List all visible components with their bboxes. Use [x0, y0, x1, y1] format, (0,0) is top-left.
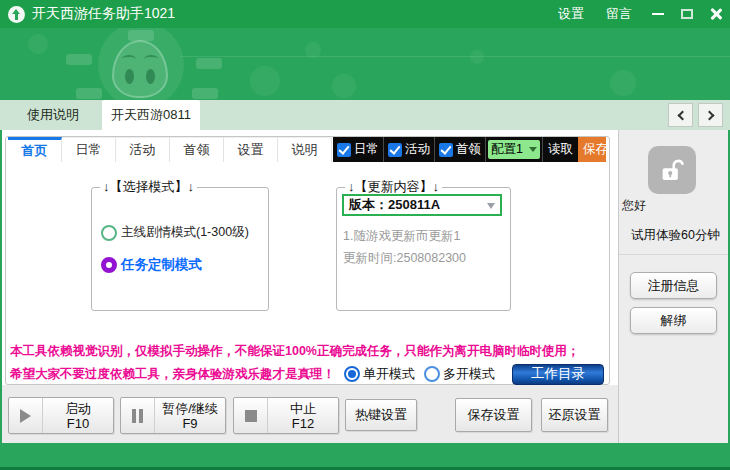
decorative-line — [180, 56, 730, 57]
update-note-1: 1.随游戏更新而更新1 — [343, 228, 460, 245]
custom-task-mode-radio[interactable]: 任务定制模式 — [101, 256, 202, 274]
mode-groupbox-title: ↓【选择模式】↓ — [100, 180, 197, 194]
app-window: 开天西游任务助手1021 设置 留言 使用说明 开天 — [0, 0, 730, 470]
abort-hotkey: F12 — [292, 416, 314, 431]
bokeh-circle — [305, 42, 321, 58]
single-open-mode-radio[interactable]: 单开模式 — [344, 365, 415, 383]
start-icon-area — [9, 398, 43, 433]
multi-open-mode-label: 多开模式 — [443, 365, 495, 383]
read-button[interactable]: 读取 — [542, 137, 578, 162]
tab-scroll-left-button[interactable] — [668, 103, 693, 127]
save-settings-button[interactable]: 保存设置 — [455, 398, 532, 432]
nav-tab-settings[interactable]: 设置 — [224, 137, 278, 162]
abort-label: 中止 — [290, 401, 316, 416]
version-select[interactable]: 版本：250811A — [342, 194, 502, 216]
warning-line2: 希望大家不要过度依赖工具，亲身体验游戏乐趣才是真理！ — [10, 366, 335, 383]
nav-tab-daily[interactable]: 日常 — [62, 137, 116, 162]
window-title: 开天西游任务助手1021 — [32, 5, 175, 23]
radio-unselected-icon — [101, 225, 117, 241]
mascot-brow — [144, 55, 158, 63]
greeting-text: 您好 — [622, 197, 646, 214]
maximize-icon — [681, 9, 693, 19]
workdir-button[interactable]: 工作目录 — [512, 364, 604, 385]
unbind-button[interactable]: 解绑 — [630, 307, 717, 334]
multi-open-mode-radio[interactable]: 多开模式 — [424, 365, 495, 383]
update-groupbox-title: ↓【更新内容】↓ — [345, 180, 442, 194]
mascot-label-chip — [192, 88, 218, 99]
settings-menu[interactable]: 设置 — [547, 5, 595, 23]
mascot-brow — [122, 55, 136, 63]
abort-button[interactable]: 中止 F12 — [233, 397, 339, 434]
nav-tab-boss[interactable]: 首领 — [170, 137, 224, 162]
close-icon — [709, 7, 723, 21]
hotkey-settings-button[interactable]: 热键设置 — [345, 399, 417, 431]
bokeh-circle — [610, 70, 636, 96]
config-select[interactable]: 配置1 — [488, 140, 540, 159]
maximize-button[interactable] — [672, 0, 701, 28]
tab-usage-instructions[interactable]: 使用说明 — [8, 100, 98, 130]
checkbox-checked-icon — [439, 143, 453, 157]
mascot-label-chip — [76, 88, 102, 99]
daily-checkbox-label: 日常 — [354, 141, 379, 158]
open-padlock-icon — [658, 156, 686, 184]
stop-icon-area — [234, 398, 268, 433]
minimize-icon — [652, 13, 664, 15]
pause-resume-button[interactable]: 暂停/继续 F9 — [120, 397, 226, 434]
account-sidebar: 您好 试用体验60分钟 注册信息 解绑 — [618, 130, 728, 443]
bokeh-circle — [250, 66, 280, 96]
pause-hotkey: F9 — [182, 416, 197, 431]
warning-line1: 本工具依赖视觉识别，仅模拟手动操作，不能保证100%正确完成任务，只能作为离开电… — [10, 343, 608, 360]
nav-tab-activity[interactable]: 活动 — [116, 137, 170, 162]
document-tabbar: 使用说明 开天西游0811 — [0, 100, 730, 130]
mainline-story-mode-radio[interactable]: 主线剧情模式(1-300级) — [101, 224, 249, 241]
abort-button-label: 中止 F12 — [268, 398, 338, 433]
mascot-label-chip — [128, 30, 154, 41]
save-button[interactable]: 保存 — [578, 137, 606, 162]
activity-checkbox[interactable]: 活动 — [384, 137, 435, 162]
titlebar-actions: 设置 留言 — [547, 0, 730, 28]
nav-tab-help[interactable]: 说明 — [278, 137, 332, 162]
checkbox-checked-icon — [337, 143, 351, 157]
close-button[interactable] — [701, 0, 730, 28]
minimize-button[interactable] — [643, 0, 672, 28]
start-button-label: 启动 F10 — [43, 398, 113, 433]
tab-scroll-right-button[interactable] — [698, 103, 723, 127]
section-tabbar: 首页 日常 活动 首领 设置 说明 — [8, 137, 332, 162]
custom-task-mode-label: 任务定制模式 — [121, 256, 202, 274]
version-select-value: 版本：250811A — [349, 196, 440, 214]
nav-tab-home[interactable]: 首页 — [8, 137, 62, 162]
mascot-eye — [125, 69, 134, 84]
config-select-value: 配置1 — [491, 141, 523, 158]
arrow-stem — [15, 14, 18, 20]
restore-settings-button[interactable]: 还原设置 — [541, 398, 608, 432]
tab-kaitian-xiyou-0811[interactable]: 开天西游0811 — [102, 100, 200, 130]
start-label: 启动 — [65, 401, 91, 416]
start-button[interactable]: 启动 F10 — [8, 397, 114, 434]
dropdown-arrow-icon — [529, 147, 537, 156]
bokeh-circle — [332, 74, 356, 98]
mode-select-groupbox: ↓【选择模式】↓ 主线剧情模式(1-300级) 任务定制模式 — [91, 187, 269, 311]
radio-selected-icon — [344, 366, 360, 382]
chevron-right-icon — [704, 110, 714, 120]
message-menu[interactable]: 留言 — [595, 5, 643, 23]
mascot-label-chip — [196, 58, 222, 69]
unlock-icon — [648, 146, 696, 194]
start-hotkey: F10 — [67, 416, 89, 431]
sidebar-divider — [619, 254, 728, 255]
radio-unselected-icon — [424, 366, 440, 382]
daily-checkbox[interactable]: 日常 — [333, 137, 384, 162]
bokeh-circle — [470, 50, 484, 64]
register-info-button[interactable]: 注册信息 — [630, 272, 717, 299]
pause-icon — [132, 409, 136, 423]
radio-selected-icon — [101, 257, 117, 273]
activity-checkbox-label: 活动 — [405, 141, 430, 158]
task-toolbar: 日常 活动 首领 配置1 读取 保存 — [333, 137, 606, 162]
warning-line2-row: 希望大家不要过度依赖工具，亲身体验游戏乐趣才是真理！ 单开模式 多开模式 工作目… — [10, 363, 604, 385]
mainline-story-mode-label: 主线剧情模式(1-300级) — [121, 224, 249, 241]
chevron-left-icon — [677, 110, 687, 120]
update-note-2: 更新时间:2508082300 — [343, 250, 466, 267]
stop-icon — [245, 410, 257, 422]
pause-button-label: 暂停/继续 F9 — [155, 398, 225, 433]
boss-checkbox[interactable]: 首领 — [435, 137, 486, 162]
control-bar: 启动 F10 暂停/继续 F9 中止 F12 热键设置 保存设置 还原设置 — [2, 385, 618, 443]
